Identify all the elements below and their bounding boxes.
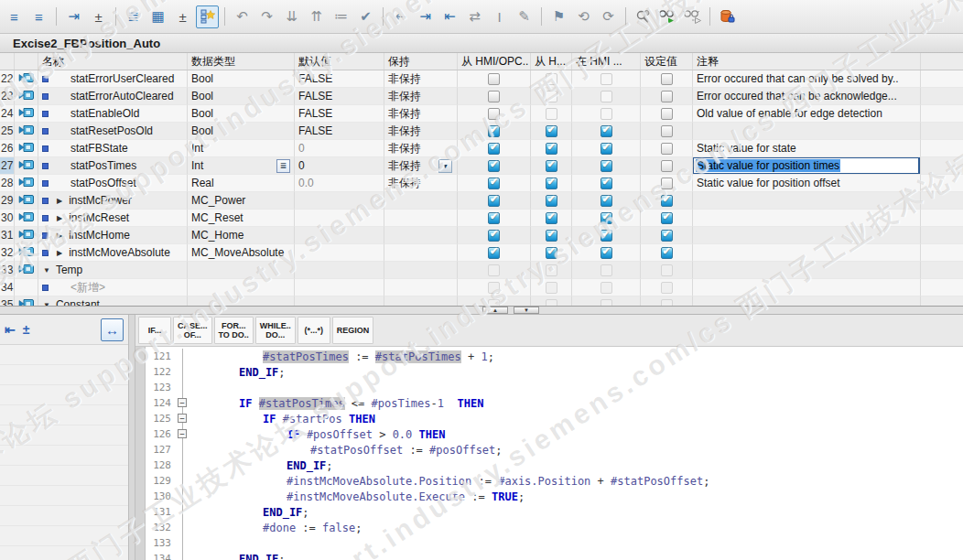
compile-check-icon[interactable]: ✔ <box>354 5 377 28</box>
breakpoint-gutter[interactable] <box>135 347 146 560</box>
absolute-operands-icon[interactable]: I <box>488 5 511 28</box>
expand-right-icon[interactable]: ▶ <box>57 197 62 205</box>
hmi-writable-checkbox[interactable] <box>546 247 557 259</box>
code-line[interactable]: 123 <box>146 380 963 395</box>
code-line[interactable]: 121#statPosTimes := #statPosTimes + 1; <box>146 349 963 364</box>
hmi-opcua-accessible-checkbox[interactable] <box>488 212 500 224</box>
setpoint-checkbox[interactable] <box>661 143 673 155</box>
hmi-writable-checkbox[interactable] <box>546 125 557 137</box>
name-cell[interactable]: ▶instMcHome <box>38 227 188 244</box>
comment-cell[interactable]: Error occured that can be acknowledge... <box>693 88 921 105</box>
hmi-writable-checkbox[interactable] <box>546 195 557 207</box>
scroll-down-button[interactable]: ▼ <box>514 307 539 314</box>
undo-snapshot-icon[interactable]: ↶ <box>231 5 254 28</box>
default-value-cell[interactable] <box>295 192 384 210</box>
name-cell[interactable]: statEnableOld <box>38 105 188 123</box>
setpoint-checkbox[interactable] <box>661 160 673 172</box>
hmi-opcua-accessible-checkbox[interactable] <box>488 108 500 120</box>
code-line[interactable]: 134END_IF; <box>146 551 963 560</box>
default-value-cell[interactable] <box>295 296 384 306</box>
hmi-visible-checkbox[interactable] <box>601 178 612 189</box>
hmi-visible-checkbox[interactable] <box>601 247 612 259</box>
setpoint-checkbox[interactable] <box>661 108 673 120</box>
name-cell[interactable]: <新增> <box>38 279 188 296</box>
name-cell[interactable]: ▼Constant <box>38 296 188 306</box>
hmi-opcua-accessible-checkbox[interactable] <box>488 247 500 259</box>
comment-cell[interactable] <box>693 279 921 296</box>
snippet-region-button[interactable]: REGION <box>332 317 374 344</box>
retain-cell[interactable]: 非保持 <box>384 105 458 123</box>
setpoint-checkbox[interactable] <box>661 178 673 189</box>
comment-cell[interactable] <box>693 227 921 244</box>
snippet-case-button[interactable]: CASE...OF... <box>173 317 212 344</box>
name-cell[interactable]: statErrorUserCleared <box>38 70 188 88</box>
collapse-down-icon[interactable]: ▼ <box>43 266 50 275</box>
hmi-opcua-accessible-checkbox[interactable] <box>488 195 500 207</box>
data-type-cell[interactable]: Int≣ <box>188 157 295 175</box>
indent-icon[interactable]: ⇥ <box>414 5 437 28</box>
comment-cell[interactable] <box>693 210 921 227</box>
retain-cell[interactable]: 非保持 <box>384 175 458 192</box>
bookmark-icon[interactable]: ⚑ <box>547 5 570 28</box>
hmi-opcua-accessible-checkbox[interactable] <box>488 125 500 137</box>
comment-cell[interactable]: Error occured that can only be solved by… <box>693 70 921 88</box>
setpoint-checkbox[interactable] <box>661 91 673 102</box>
code-text[interactable]: #instMcMoveAbsolute.Position := #axis.Po… <box>191 475 963 488</box>
hmi-visible-checkbox[interactable] <box>601 212 612 224</box>
snippet-while-button[interactable]: WHILE..DO... <box>255 317 296 344</box>
default-value-cell[interactable]: FALSE <box>295 123 384 140</box>
insert-row-below-icon[interactable]: ≡ <box>27 5 50 28</box>
data-type-cell[interactable]: MC_Reset <box>188 210 295 227</box>
hmi-writable-checkbox[interactable] <box>546 230 557 242</box>
name-cell[interactable]: ▶instMcPower <box>38 192 188 210</box>
load-start-values-icon[interactable]: ⇈ <box>305 5 328 28</box>
code-line[interactable]: 130#instMcMoveAbsolute.Execute := TRUE; <box>146 489 963 504</box>
code-text[interactable]: #statPosTimes := #statPosTimes + 1; <box>191 350 963 363</box>
align-lines-icon[interactable]: ≔ <box>330 5 352 28</box>
data-type-cell[interactable]: Bool <box>188 105 295 123</box>
hmi-writable-checkbox[interactable] <box>546 160 557 172</box>
comment-cell[interactable] <box>693 123 921 140</box>
code-text[interactable]: END_IF; <box>191 366 963 379</box>
sort-lines-icon[interactable]: ≣ <box>122 5 145 28</box>
name-cell[interactable]: ▶instMcReset <box>38 210 188 227</box>
hmi-opcua-accessible-checkbox[interactable] <box>488 230 500 242</box>
data-type-cell[interactable] <box>188 262 295 279</box>
hmi-writable-checkbox[interactable] <box>546 212 557 224</box>
code-text[interactable]: #instMcMoveAbsolute.Execute := TRUE; <box>191 490 963 503</box>
hmi-opcua-accessible-checkbox[interactable] <box>488 160 500 172</box>
retain-cell[interactable]: 非保持 <box>384 123 458 140</box>
setpoint-checkbox[interactable] <box>661 247 673 259</box>
fold-collapse-icon[interactable]: − <box>178 429 187 438</box>
open-block-icon[interactable]: ⇥ <box>62 5 85 28</box>
comment-cell[interactable]: Old value of enable for edge detection <box>693 105 921 123</box>
comment-editor[interactable]: Static value for position times <box>693 157 920 175</box>
fold-collapse-icon[interactable]: − <box>178 398 187 407</box>
setpoint-checkbox[interactable] <box>661 73 673 85</box>
name-cell[interactable]: statPosOffset <box>38 175 188 192</box>
hmi-visible-checkbox[interactable] <box>601 230 612 242</box>
find-replace-icon[interactable] <box>632 5 655 28</box>
keep-actual-values-icon[interactable] <box>196 5 219 28</box>
snippet-if-button[interactable]: IF... <box>138 317 171 344</box>
default-value-cell[interactable]: 0 <box>295 140 384 157</box>
code-text[interactable]: IF #startPos THEN <box>191 413 963 425</box>
data-type-cell[interactable]: Int <box>188 140 295 157</box>
retain-cell[interactable] <box>384 279 458 296</box>
name-cell[interactable]: statFBState <box>38 140 188 157</box>
data-type-cell[interactable]: Bool <box>188 88 295 105</box>
code-text[interactable]: IF #posOffset > 0.0 THEN <box>191 428 963 441</box>
goto-network-icon[interactable]: ▦ <box>146 5 169 28</box>
setpoint-checkbox[interactable] <box>661 230 673 242</box>
name-cell[interactable]: statResetPosOld <box>38 123 188 140</box>
hmi-opcua-accessible-checkbox[interactable] <box>488 91 500 102</box>
setpoint-checkbox[interactable] <box>661 212 673 224</box>
name-cell[interactable]: ▼Temp <box>38 262 188 279</box>
data-type-cell[interactable] <box>188 296 295 306</box>
code-text[interactable]: END_IF; <box>191 459 963 472</box>
hmi-opcua-accessible-checkbox[interactable] <box>488 73 500 85</box>
monitor-on-icon[interactable] <box>656 5 679 28</box>
default-value-cell[interactable]: FALSE <box>295 88 384 105</box>
retain-cell[interactable]: 非保持 <box>384 140 458 157</box>
expand-interface-icon[interactable]: ± <box>87 5 110 28</box>
